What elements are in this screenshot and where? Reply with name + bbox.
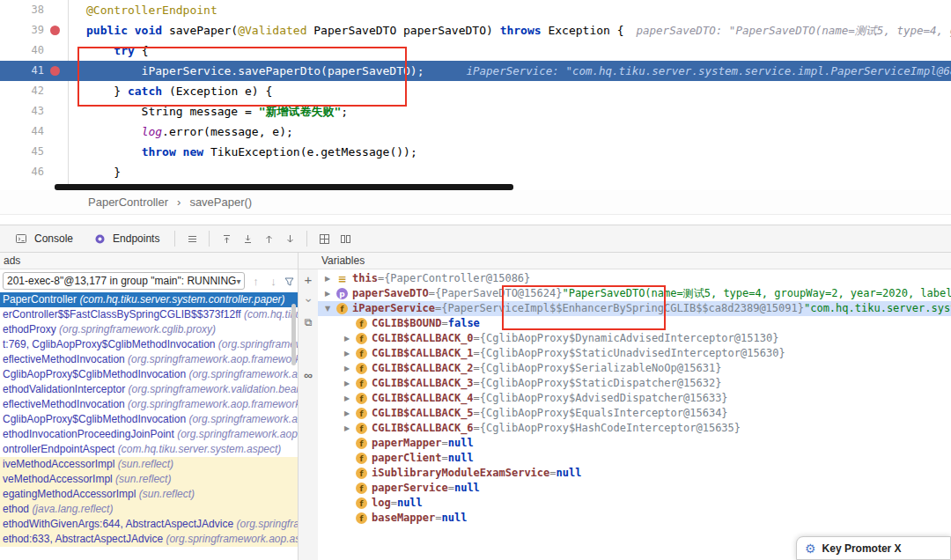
gutter-cell[interactable] xyxy=(44,81,69,101)
stack-frame[interactable]: eflectiveMethodInvocation (org.springfra… xyxy=(0,352,298,367)
variable-name: CGLIB$CALLBACK_0 xyxy=(372,331,474,346)
breadcrumb-method[interactable]: savePaper() xyxy=(189,195,252,209)
frame-package: (com.hq.tiku.server.s xyxy=(244,308,298,321)
infinity-icon[interactable]: ∞ xyxy=(299,368,318,382)
scroll-to-top-icon[interactable] xyxy=(217,230,235,247)
code-editor[interactable]: 38 @ControllerEndpoint 39 public void sa… xyxy=(0,0,951,190)
variable-row[interactable]: f paperService = null xyxy=(318,481,951,496)
stack-frame[interactable]: ethodWithGivenArgs:644, AbstractAspectJA… xyxy=(0,517,298,532)
expand-chevron-icon[interactable]: ▶ xyxy=(344,346,356,361)
gutter-cell[interactable] xyxy=(44,0,69,20)
gutter-cell[interactable] xyxy=(44,41,69,61)
line-number: 40 xyxy=(0,41,44,61)
stack-frame[interactable]: ethod (java.lang.reflect) xyxy=(0,502,298,517)
toolbar-separator xyxy=(209,231,210,247)
variable-reference: {CglibAopProxy$AdvisedDispatcher@15633} xyxy=(480,391,728,406)
prev-frame-icon[interactable]: ↑ xyxy=(248,275,262,288)
equals-sign: = xyxy=(435,301,441,316)
expand-chevron-icon[interactable]: ▶ xyxy=(344,406,356,421)
code-line-40: 40 try { xyxy=(0,41,951,61)
stack-frame[interactable]: t:769, CglibAopProxy$CglibMethodInvocati… xyxy=(0,337,298,352)
separator-band xyxy=(0,215,951,225)
frames-scrollbar-thumb[interactable] xyxy=(291,304,296,365)
variable-row[interactable]: ▶ f CGLIB$CALLBACK_1 = {CglibAopProxy$St… xyxy=(318,346,951,361)
stack-frame[interactable]: ontrollerEndpointAspect (com.hq.tiku.ser… xyxy=(0,442,298,457)
gutter-cell[interactable] xyxy=(44,20,69,41)
variable-row[interactable]: ▶ f CGLIB$CALLBACK_5 = {CglibAopProxy$Eq… xyxy=(318,406,951,421)
breadcrumb-class[interactable]: PaperController xyxy=(88,195,168,209)
code-line-46: 46 } xyxy=(0,162,951,182)
duplicate-icon[interactable]: ⧉ xyxy=(299,315,318,329)
code-line-43: 43 String message = "新增试卷失败"; xyxy=(0,101,951,122)
variable-type-icon: f xyxy=(356,438,367,449)
gutter-cell[interactable] xyxy=(44,142,69,162)
key-promoter-notification[interactable]: ⚙ Key Promoter X xyxy=(796,536,951,560)
step-out-icon[interactable] xyxy=(260,230,277,247)
tab-endpoints[interactable]: Endpoints xyxy=(84,227,166,250)
variable-row[interactable]: ▶ f CGLIB$CALLBACK_6 = {CglibAopProxy$Ha… xyxy=(318,421,951,436)
expand-chevron-icon[interactable]: ▶ xyxy=(325,286,336,301)
stack-frame[interactable]: iveMethodAccessorImpl (sun.reflect) xyxy=(0,457,298,472)
variable-name: CGLIB$CALLBACK_5 xyxy=(372,406,474,421)
gutter-cell[interactable] xyxy=(44,61,69,81)
next-frame-icon[interactable]: ↓ xyxy=(266,275,280,288)
variable-row[interactable]: f paperMapper = null xyxy=(318,436,951,451)
expand-chevron-icon[interactable]: ▶ xyxy=(344,421,356,436)
stack-frame[interactable]: ethod:633, AbstractAspectJAdvice (org.sp… xyxy=(0,532,298,547)
filter-frames-icon[interactable] xyxy=(284,276,295,287)
horizontal-scrollbar[interactable] xyxy=(55,184,513,190)
expand-chevron-icon[interactable]: ▶ xyxy=(325,271,336,286)
breakpoint-icon[interactable] xyxy=(50,26,60,35)
stack-frame[interactable]: CglibAopProxy$CglibMethodInvocation (org… xyxy=(0,412,298,427)
line-number: 39 xyxy=(0,20,44,41)
variable-row[interactable]: ▶ f CGLIB$CALLBACK_4 = {CglibAopProxy$Ad… xyxy=(318,391,951,406)
stack-frame[interactable]: ethodValidationInterceptor (org.springfr… xyxy=(0,382,298,397)
equals-sign: = xyxy=(474,406,480,421)
expand-chevron-icon[interactable]: ▶ xyxy=(344,391,356,406)
variable-reference: {PaperServiceImpl$$EnhancerBySpringCGLIB… xyxy=(441,301,804,316)
chevron-down-icon[interactable]: ⌄ xyxy=(299,291,318,305)
grid-view-icon[interactable] xyxy=(315,230,333,247)
stack-frame[interactable]: PaperController (com.hq.tiku.server.syst… xyxy=(0,292,298,307)
variable-row[interactable]: ▼ f iPaperService = {PaperServiceImpl$$E… xyxy=(318,301,951,316)
frame-package: (org.springframework.aop.aspectj) xyxy=(166,533,298,545)
stack-frame[interactable]: CglibAopProxy$CglibMethodInvocation (org… xyxy=(0,367,298,382)
variable-row[interactable]: ▶ p paperSaveDTO = {PaperSaveDTO@15624} … xyxy=(318,286,951,301)
variable-row[interactable]: f baseMapper = null xyxy=(318,511,951,526)
scroll-to-bottom-icon[interactable] xyxy=(239,230,256,247)
expand-chevron-icon[interactable]: ▶ xyxy=(344,361,356,376)
layout-columns-icon[interactable] xyxy=(336,230,354,247)
frame-package: (org.springframework.aop.framework) xyxy=(128,353,298,365)
add-watch-icon[interactable]: + xyxy=(299,273,318,287)
variable-row[interactable]: f CGLIB$BOUND = false xyxy=(318,316,951,331)
stack-frame[interactable]: ethodProxy (org.springframework.cglib.pr… xyxy=(0,322,298,337)
stack-frame[interactable]: erController$$FastClassBySpringCGLIB$$37… xyxy=(0,307,298,322)
step-into-icon[interactable] xyxy=(281,230,299,247)
variable-row[interactable]: ▶ f CGLIB$CALLBACK_0 = {CglibAopProxy$Dy… xyxy=(318,331,951,346)
hamburger-menu-icon[interactable] xyxy=(183,230,201,247)
inline-debug-hint: iPaperService: "com.hq.tiku.server.syste… xyxy=(467,64,951,77)
stack-frame[interactable]: veMethodAccessorImpl (sun.reflect) xyxy=(0,472,298,487)
stack-frame[interactable]: eflectiveMethodInvocation (org.springfra… xyxy=(0,397,298,412)
variable-row[interactable]: f paperClient = null xyxy=(318,451,951,466)
breakpoint-icon[interactable] xyxy=(50,66,60,76)
gutter-cell[interactable] xyxy=(44,122,69,142)
stack-frame[interactable]: ethodInvocationProceedingJoinPoint (org.… xyxy=(0,427,298,442)
variable-name: paperClient xyxy=(372,451,441,466)
variable-row[interactable]: f log = null xyxy=(318,496,951,511)
expand-chevron-icon[interactable]: ▶ xyxy=(344,376,356,391)
stack-frame[interactable]: egatingMethodAccessorImpl (sun.reflect) xyxy=(0,487,298,502)
expand-chevron-icon[interactable]: ▶ xyxy=(344,331,356,346)
variable-row[interactable]: f iSublibraryModuleExamService = null xyxy=(318,466,951,481)
gutter-cell[interactable] xyxy=(44,101,69,122)
variables-tool-strip: + ⌄ ⧉ ∞ xyxy=(299,269,318,560)
variable-row[interactable]: ▶ f CGLIB$CALLBACK_3 = {CglibAopProxy$St… xyxy=(318,376,951,391)
gutter-cell[interactable] xyxy=(44,162,69,182)
expand-chevron-icon[interactable]: ▼ xyxy=(325,301,336,316)
variable-row[interactable]: ▶ ≡ this = {PaperController@15086} xyxy=(318,271,951,286)
equals-sign: = xyxy=(441,436,447,451)
tab-console[interactable]: Console xyxy=(5,227,80,250)
equals-sign: = xyxy=(429,286,435,301)
variable-row[interactable]: ▶ f CGLIB$CALLBACK_2 = {CglibAopProxy$Se… xyxy=(318,361,951,376)
thread-dropdown[interactable]: 201-exec-8"@13,177 in group "main": RUNN… xyxy=(3,272,245,290)
